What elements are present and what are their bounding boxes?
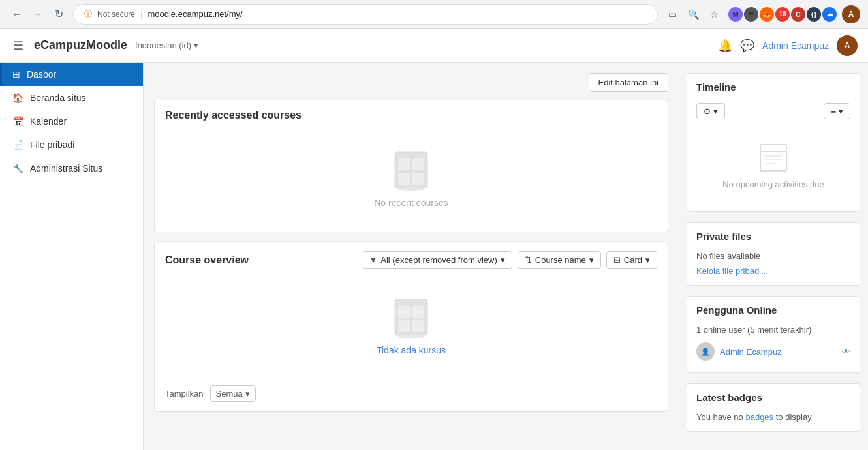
online-count-text: 1 online user (5 menit terakhir) [696, 325, 850, 335]
private-files-body: No files available Kelola file pribadi..… [687, 248, 860, 285]
tampilkan-chevron-icon: ▾ [245, 389, 250, 398]
message-button[interactable]: 💬 [740, 38, 754, 53]
bookmark-button[interactable]: ☆ [705, 5, 723, 23]
security-icon: ⓘ [84, 8, 92, 20]
back-button[interactable]: ← [8, 5, 26, 23]
ext-icon-cloud[interactable]: ☁ [822, 7, 837, 22]
recently-accessed-body: No recent courses [155, 128, 668, 232]
ext-icon-fox[interactable]: 🦊 [760, 7, 774, 22]
edit-page-button[interactable]: Edit halaman ini [589, 73, 669, 92]
file-icon: 📄 [12, 140, 23, 150]
ext-icon-brackets[interactable]: {} [807, 7, 821, 22]
header-right: 🔔 💬 Admin Ecampuz A [718, 35, 858, 56]
dasbor-icon: ⊞ [12, 69, 20, 80]
app-title[interactable]: eCampuzMoodle [34, 38, 127, 52]
svg-rect-12 [760, 145, 786, 171]
sort-button[interactable]: ⇅ Course name ▾ [518, 251, 601, 269]
search-button[interactable]: 🔍 [684, 5, 702, 23]
hamburger-button[interactable]: ☰ [10, 36, 26, 55]
sidebar-label-beranda: Beranda situs [30, 93, 86, 103]
online-user-row: 👤 Admin Ecampuz 👁 [696, 340, 850, 363]
reload-button[interactable]: ↻ [50, 5, 68, 23]
recently-accessed-title: Recently accessed courses [155, 100, 668, 128]
sidebar-item-file-pribadi[interactable]: 📄 File pribadi [0, 133, 143, 157]
latest-badges-body: You have no badges to display [687, 410, 860, 431]
language-label: Indonesian (id) [135, 40, 191, 50]
svg-rect-8 [412, 306, 424, 318]
cast-button[interactable]: ▭ [663, 5, 681, 23]
view-chevron-icon: ▾ [645, 255, 650, 265]
user-name[interactable]: Admin Ecampuz [762, 40, 829, 51]
sort-label: Course name [535, 255, 586, 265]
latest-badges-title: Latest badges [687, 384, 860, 410]
timeline-title: Timeline [687, 74, 860, 99]
timeline-empty-icon [757, 142, 790, 174]
sidebar-item-administrasi[interactable]: 🔧 Administrasi Situs [0, 157, 143, 180]
timeline-btn1-chevron: ▾ [713, 106, 718, 116]
timeline-empty: No upcoming activities due [696, 128, 850, 202]
eye-icon: 👁 [842, 347, 850, 357]
svg-point-11 [398, 335, 424, 338]
sidebar-item-beranda[interactable]: 🏠 Beranda situs [0, 86, 143, 110]
timeline-widget: Timeline ⊙ ▾ ≡ ▾ [687, 73, 860, 212]
sidebar-label-kalender: Kalender [30, 116, 67, 127]
svg-rect-9 [398, 320, 410, 332]
timeline-empty-text: No upcoming activities due [722, 179, 824, 189]
language-selector[interactable]: Indonesian (id) ▾ [135, 40, 198, 50]
online-user-name[interactable]: Admin Ecampuz [720, 347, 782, 357]
view-button[interactable]: ⊞ Card ▾ [606, 251, 657, 269]
online-users-body: 1 online user (5 menit terakhir) 👤 Admin… [687, 322, 860, 372]
notification-button[interactable]: 🔔 [718, 38, 732, 53]
sidebar-label-admin: Administrasi Situs [30, 163, 102, 173]
tampilkan-label: Tampilkan [165, 389, 204, 398]
svg-rect-4 [412, 173, 424, 185]
sidebar-label-file: File pribadi [30, 140, 74, 150]
badges-text-after: to display [773, 412, 812, 422]
ext-icon-c[interactable]: C [791, 7, 805, 22]
browser-chrome: ← → ↻ ⓘ Not secure | moodle.ecampuz.net/… [0, 0, 868, 29]
sidebar: ⊞ Dasbor 🏠 Beranda situs 📅 Kalender 📄 Fi… [0, 63, 144, 450]
address-bar[interactable]: ⓘ Not secure | moodle.ecampuz.net/my/ [73, 4, 658, 25]
view-label: Card [624, 255, 642, 265]
filter-button[interactable]: ▼ All (except removed from view) ▾ [362, 251, 512, 269]
extension-icons: M ✏ 🦊 18 C {} ☁ [728, 7, 837, 22]
svg-rect-7 [398, 306, 410, 318]
user-avatar[interactable]: A [837, 35, 858, 56]
main-layout: ⊞ Dasbor 🏠 Beranda situs 📅 Kalender 📄 Fi… [0, 63, 868, 450]
view-icon: ⊞ [613, 255, 621, 265]
sidebar-item-dasbor[interactable]: ⊞ Dasbor [0, 63, 143, 86]
online-user-avatar: 👤 [696, 342, 715, 361]
manage-files-link[interactable]: Kelola file pribadi... [696, 266, 850, 276]
recently-accessed-empty: No recent courses [165, 136, 657, 221]
browser-profile-button[interactable]: A [842, 5, 860, 23]
tampilkan-value: Semua [216, 389, 243, 398]
svg-rect-1 [398, 158, 410, 170]
no-courses-icon [392, 296, 431, 338]
url-separator: | [140, 9, 142, 19]
lang-chevron-icon: ▾ [194, 40, 198, 50]
timeline-body: No upcoming activities due [687, 126, 860, 211]
timeline-btn-2[interactable]: ≡ ▾ [824, 103, 850, 119]
no-courses-text: Tidak ada kursus [377, 345, 446, 355]
course-overview-title: Course overview [165, 254, 249, 266]
svg-rect-2 [412, 158, 424, 170]
latest-badges-widget: Latest badges You have no badges to disp… [687, 383, 860, 432]
course-overview-header: Course overview ▼ All (except removed fr… [155, 243, 668, 275]
ext-icon-red[interactable]: 18 [775, 7, 790, 22]
ext-icon-1[interactable]: M [728, 7, 743, 22]
badges-link[interactable]: badges [745, 412, 773, 422]
sidebar-item-kalender[interactable]: 📅 Kalender [0, 110, 143, 133]
course-overview-controls: ▼ All (except removed from view) ▾ ⇅ Cou… [362, 251, 657, 269]
ext-icon-pencil[interactable]: ✏ [744, 7, 758, 22]
browser-nav-buttons: ← → ↻ [8, 5, 68, 23]
tampilkan-select[interactable]: Semua ▾ [210, 385, 256, 402]
svg-rect-10 [412, 320, 424, 332]
url-text: moodle.ecampuz.net/my/ [147, 9, 242, 19]
timeline-btn-1[interactable]: ⊙ ▾ [696, 103, 725, 119]
course-overview-body: Tidak ada kursus [155, 275, 668, 379]
forward-button[interactable]: → [29, 5, 47, 23]
admin-icon: 🔧 [12, 163, 23, 173]
sort-chevron-icon: ▾ [589, 255, 594, 265]
private-files-widget: Private files No files available Kelola … [687, 222, 860, 286]
filter-chevron-icon: ▾ [501, 255, 505, 265]
